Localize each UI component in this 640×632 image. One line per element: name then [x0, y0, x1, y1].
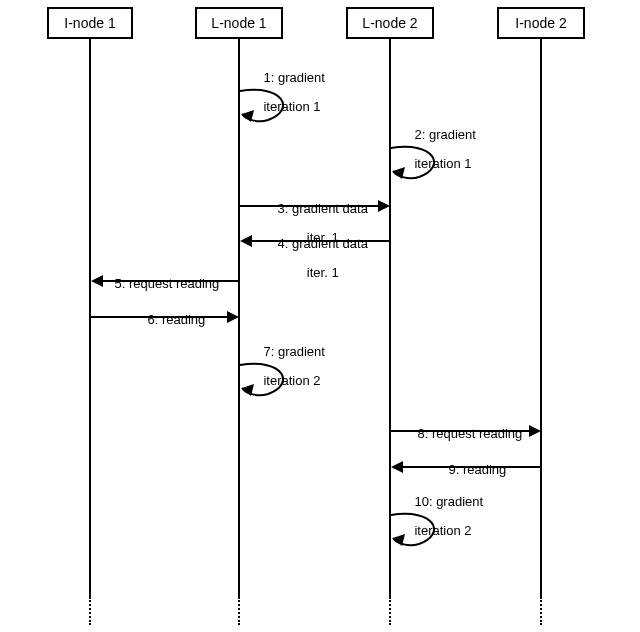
participant-lnode-1: L-node 1 — [195, 7, 283, 39]
participant-lnode-2: L-node 2 — [346, 7, 434, 39]
participant-label: L-node 1 — [211, 15, 266, 31]
message-5-arrow — [102, 280, 240, 282]
self-loop-icon — [238, 362, 298, 406]
arrow-head-icon — [227, 311, 239, 323]
message-6-arrow — [91, 316, 229, 318]
message-4-arrow — [251, 240, 391, 242]
lifeline-dashed — [238, 597, 240, 625]
participant-label: L-node 2 — [362, 15, 417, 31]
message-6-label: 6: reading — [133, 299, 205, 342]
lifeline-dashed — [389, 597, 391, 625]
lifeline-dashed — [540, 597, 542, 625]
message-8-arrow — [391, 430, 531, 432]
lifeline-dashed — [89, 597, 91, 625]
message-9-arrow — [402, 466, 542, 468]
lifeline-inode-2 — [540, 37, 542, 597]
message-4-label: 4: gradient data iter. 1 — [258, 223, 373, 294]
participant-label: I-node 2 — [515, 15, 566, 31]
arrow-head-icon — [529, 425, 541, 437]
self-loop-icon — [389, 512, 449, 556]
sequence-diagram: I-node 1 L-node 1 L-node 2 I-node 2 1: g… — [0, 0, 640, 632]
arrow-head-icon — [91, 275, 103, 287]
participant-label: I-node 1 — [64, 15, 115, 31]
self-loop-icon — [238, 88, 298, 132]
participant-inode-1: I-node 1 — [47, 7, 133, 39]
participant-inode-2: I-node 2 — [497, 7, 585, 39]
message-3-arrow — [240, 205, 380, 207]
arrow-head-icon — [240, 235, 252, 247]
self-loop-icon — [389, 145, 449, 189]
arrow-head-icon — [378, 200, 390, 212]
arrow-head-icon — [391, 461, 403, 473]
